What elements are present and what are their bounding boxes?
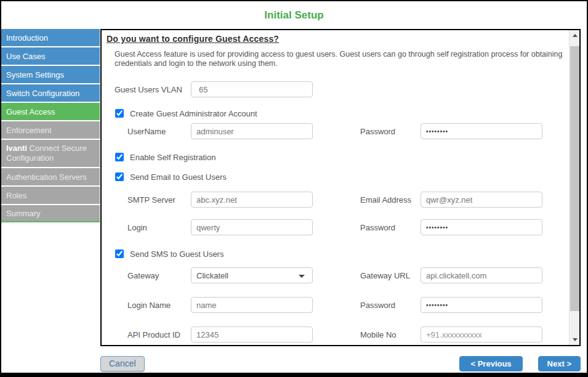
- smtp-password-input[interactable]: [421, 219, 542, 235]
- sidebar-item-label: Use Cases: [6, 52, 46, 61]
- sidebar-item-guest-access[interactable]: Guest Access: [1, 103, 100, 120]
- api-product-id-label: API Product ID: [127, 330, 191, 339]
- sidebar-item-label: Switch Configuration: [6, 89, 79, 98]
- self-registration-label: Enable Self Registration: [130, 153, 215, 162]
- sidebar-item-authentication-servers[interactable]: Authentication Servers: [1, 168, 100, 185]
- gateway-label: Gateway: [127, 271, 191, 280]
- sidebar-item-enforcement[interactable]: Enforcement: [1, 121, 100, 139]
- gateway-url-label: Gateway URL: [360, 271, 421, 280]
- sidebar-item-label: Enforcement: [6, 126, 52, 135]
- wizard-steps-sidebar: Introduction Use Cases System Settings S…: [1, 29, 100, 222]
- chevron-down-icon: [299, 275, 305, 278]
- sidebar-item-system-settings[interactable]: System Settings: [1, 66, 100, 83]
- gateway-url-input[interactable]: [421, 267, 542, 283]
- sidebar-item-use-cases[interactable]: Use Cases: [1, 47, 100, 65]
- guest-access-panel: Do you want to configure Guest Access? G…: [100, 29, 581, 346]
- create-admin-label: Create Guest Administrator Account: [130, 109, 257, 118]
- gateway-row: Gateway Clickatell Gateway URL: [127, 267, 569, 284]
- smtp-login-label: Login: [127, 223, 191, 232]
- send-sms-label: Send SMS to Guest Users: [130, 249, 224, 259]
- previous-button[interactable]: < Previous: [459, 356, 522, 371]
- email-address-label: Email Address: [360, 195, 421, 205]
- sidebar-item-switch-configuration[interactable]: Switch Configuration: [1, 84, 100, 102]
- scroll-down-button[interactable]: [570, 334, 580, 345]
- gateway-selected-value: Clickatell: [196, 271, 228, 280]
- sidebar-item-ivanti-connect-secure-configuration[interactable]: Ivanti Connect Secure Configuration: [1, 140, 100, 167]
- sms-password-label: Password: [360, 301, 421, 310]
- scroll-up-icon: [573, 34, 578, 37]
- sidebar-item-label: Guest Access: [6, 107, 55, 116]
- mobile-no-input[interactable]: [421, 326, 542, 343]
- send-email-row: Send Email to Guest Users: [115, 171, 569, 182]
- smtp-login-row: Login Password: [127, 219, 569, 236]
- gateway-select[interactable]: Clickatell: [191, 267, 313, 283]
- send-sms-row: Send SMS to Guest Users: [115, 248, 569, 259]
- initial-setup-window: Initial Setup Introduction Use Cases Sys…: [0, 0, 588, 377]
- username-input[interactable]: [191, 123, 313, 139]
- guest-users-vlan-label: Guest Users VLAN: [115, 85, 191, 94]
- sms-password-input[interactable]: [421, 297, 542, 313]
- sms-login-row: Login Name Password: [127, 296, 569, 314]
- username-label: UserName: [127, 127, 191, 136]
- create-admin-row: Create Guest Administrator Account: [115, 108, 569, 119]
- page-title: Initial Setup: [264, 9, 323, 22]
- vlan-row: Guest Users VLAN: [115, 81, 569, 98]
- sidebar-item-roles[interactable]: Roles: [1, 187, 100, 204]
- panel-description: Guest Access feature is used for providi…: [115, 50, 564, 68]
- admin-password-input[interactable]: [421, 123, 542, 139]
- send-email-checkbox[interactable]: [115, 172, 124, 181]
- create-admin-checkbox[interactable]: [115, 109, 124, 118]
- mobile-no-label: Mobile No: [360, 330, 421, 339]
- cancel-button[interactable]: Cancel: [100, 356, 145, 371]
- next-button[interactable]: Next >: [538, 356, 581, 371]
- guest-users-vlan-input[interactable]: [191, 81, 313, 97]
- scroll-up-button[interactable]: [570, 30, 580, 41]
- sms-login-name-input[interactable]: [191, 297, 313, 313]
- api-product-id-input[interactable]: [191, 326, 313, 343]
- footer-buttons: Cancel < Previous Next >: [100, 355, 581, 371]
- smtp-login-input[interactable]: [191, 219, 313, 235]
- vertical-scrollbar[interactable]: [569, 30, 579, 345]
- smtp-server-label: SMTP Server: [127, 195, 191, 205]
- self-registration-checkbox[interactable]: [115, 153, 124, 161]
- smtp-server-input[interactable]: [191, 192, 313, 208]
- titlebar: Initial Setup: [1, 1, 587, 29]
- smtp-password-label: Password: [360, 223, 421, 232]
- send-email-label: Send Email to Guest Users: [130, 172, 227, 182]
- sidebar-item-label: Introduction: [6, 33, 48, 43]
- smtp-row: SMTP Server Email Address: [127, 191, 569, 208]
- sidebar-item-introduction[interactable]: Introduction: [1, 29, 100, 46]
- scrollbar-thumb[interactable]: [570, 46, 579, 311]
- admin-password-label: Password: [360, 127, 421, 136]
- sidebar-item-label: Ivanti Connect Secure: [6, 144, 87, 153]
- scroll-down-icon: [573, 338, 578, 341]
- self-registration-row: Enable Self Registration: [115, 152, 569, 163]
- sidebar-item-summary[interactable]: Summary: [1, 205, 100, 222]
- api-product-row: API Product ID Mobile No: [127, 326, 569, 343]
- sidebar-item-label: Summary: [6, 209, 41, 218]
- panel-content: Do you want to configure Guest Access? G…: [102, 30, 569, 345]
- sidebar-item-label: Authentication Servers: [6, 172, 87, 182]
- email-address-input[interactable]: [421, 192, 542, 208]
- sidebar-item-label: Roles: [6, 191, 26, 200]
- admin-credentials-row: UserName Password: [127, 123, 569, 140]
- sms-login-name-label: Login Name: [127, 301, 191, 310]
- sidebar-item-label: System Settings: [6, 70, 64, 79]
- send-sms-checkbox[interactable]: [115, 249, 124, 258]
- panel-heading: Do you want to configure Guest Access?: [107, 34, 569, 44]
- sidebar-item-label: Configuration: [6, 153, 54, 163]
